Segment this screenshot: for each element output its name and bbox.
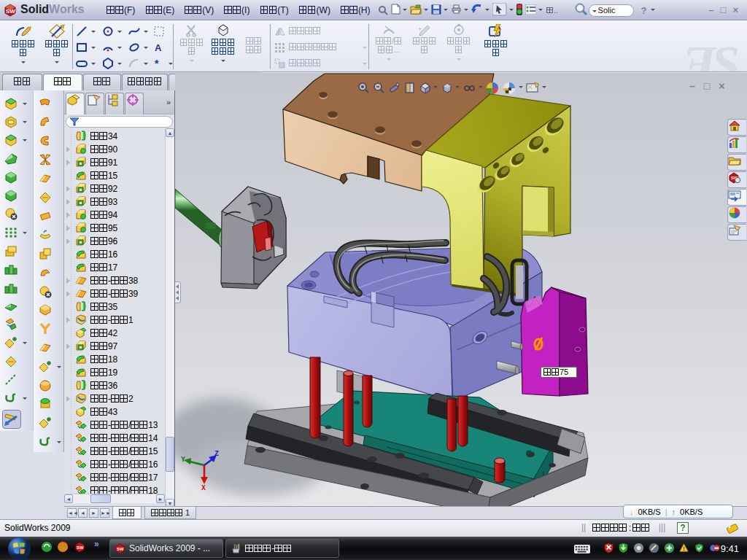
svg-text:!: ! [683,545,685,552]
svg-text:X: X [201,484,206,492]
svg-text:*: * [155,58,159,69]
svg-text:SW: SW [117,546,124,551]
svg-text:SW: SW [77,545,84,550]
svg-text:+: + [418,26,422,33]
svg-text:A: A [155,42,162,53]
svg-text:Y: Y [181,456,185,464]
svg-text:SW: SW [6,8,15,15]
svg-text:Z: Z [214,450,219,458]
